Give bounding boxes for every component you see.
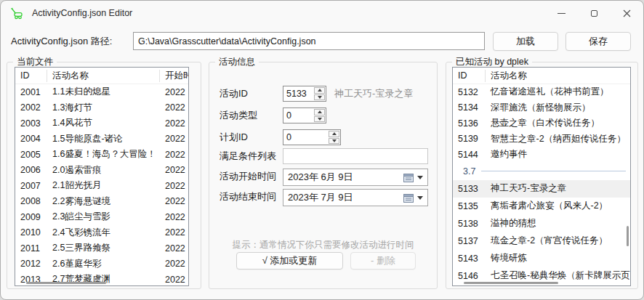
horizontal-scrollbar-thumb[interactable]	[464, 282, 558, 284]
cell: 2.0遏索雷痕	[47, 164, 160, 177]
horizontal-scrollbar-thumb[interactable]	[26, 282, 106, 284]
spin-down-icon[interactable]	[329, 138, 339, 145]
load-button[interactable]: 加载	[493, 32, 558, 51]
cell: 5132	[453, 87, 486, 97]
table-row[interactable]: 20132.7荒梦藏虞渊2022	[15, 272, 188, 286]
list-item[interactable]: 5137琉金之章-2（宵宫传说任务）	[453, 232, 630, 250]
column-header-start[interactable]: 开始时间	[160, 70, 188, 82]
chevron-down-icon[interactable]	[417, 196, 423, 200]
cell: 5143	[453, 254, 486, 264]
spin-down-icon[interactable]	[314, 94, 325, 101]
cell: 溢神的猜想	[486, 217, 630, 230]
list-item[interactable]: 5143铸境研炼	[453, 250, 630, 267]
activity-id-label: 活动ID	[220, 86, 248, 102]
close-icon[interactable]	[611, 1, 643, 25]
app-window: ActivityConfig.json Editor ActivityConfi…	[0, 0, 644, 300]
list-item[interactable]: 5132忆音诸途巡礼（花神书前置）	[453, 84, 630, 100]
calendar-icon	[403, 192, 415, 203]
activity-type-spinner[interactable]: 0	[283, 108, 326, 123]
activity-type-value[interactable]: 0	[283, 108, 313, 123]
spin-up-icon[interactable]	[329, 131, 339, 137]
table-row[interactable]: 20031.4风花节2022	[15, 115, 188, 131]
end-time-datepicker[interactable]: 2023年 7月 9日	[283, 189, 428, 206]
maximize-icon[interactable]	[578, 1, 611, 25]
cell: 1.5导能原盘-诸论	[47, 133, 160, 145]
table-row[interactable]: 20011.1未归的熄星2022	[15, 84, 188, 100]
known-activities-list: ID 活动名称 5132忆音诸途巡礼（花神书前置）5134深罪施洗（新怪物展示）…	[452, 67, 631, 286]
column-header-name[interactable]: 活动名称	[486, 70, 630, 82]
activity-id-spinner[interactable]: 5133	[283, 86, 326, 102]
list-item-selected[interactable]: 5133神工天巧-宝录之章	[453, 180, 630, 198]
schedule-id-value[interactable]: 0	[283, 130, 328, 145]
cell: 2.1韶光抚月	[47, 179, 160, 192]
table-row[interactable]: 20051.6盛夏！海岛？大冒险！2022	[15, 147, 188, 163]
known-activities-group: 已知活动 by dplek ID 活动名称 5132忆音诸途巡礼（花神书前置）5…	[446, 62, 638, 289]
spinner-buttons	[313, 86, 326, 101]
cell: 2022	[160, 196, 188, 206]
version-separator: 3.7	[453, 163, 630, 180]
cell: 1.1未归的熄星	[47, 86, 160, 98]
cell: 2.3皑尘与雪影	[47, 211, 160, 223]
table-row[interactable]: 20082.2雾海悬谜境2022	[15, 194, 188, 210]
activity-type-label: 活动类型	[220, 108, 257, 123]
list-item[interactable]: 5134深罪施洗（新怪物展示）	[453, 100, 630, 116]
titlebar[interactable]: ActivityConfig.json Editor	[1, 1, 643, 25]
table-row[interactable]: 20072.1韶光抚月2022	[15, 178, 188, 194]
cell: 2022	[160, 181, 188, 191]
column-header-id[interactable]: ID	[15, 70, 47, 82]
table-row[interactable]: 20062.0遏索雷痕2022	[15, 163, 188, 179]
minimize-icon[interactable]	[545, 1, 578, 25]
chevron-down-icon[interactable]	[417, 176, 423, 179]
list-item[interactable]: 5136悬壶之章（白术传说任务）	[453, 115, 630, 131]
vertical-scrollbar-thumb[interactable]	[627, 226, 629, 246]
schedule-id-spinner[interactable]: 0	[283, 129, 341, 145]
activity-info-group-title: 活动信息	[215, 56, 259, 68]
list-item[interactable]: 5135离垢者肃心旅宴（风来人-2）	[453, 198, 630, 215]
cell: 智慧主之章-2（纳西妲传说任务）	[486, 133, 630, 145]
spin-up-icon[interactable]	[314, 87, 325, 94]
activity-id-value[interactable]: 5133	[283, 86, 313, 101]
cell: 2022	[160, 227, 188, 238]
list-item[interactable]: 5144邀约事件	[453, 147, 630, 163]
activity-info-group: 活动信息 活动ID 5133 神工天巧-宝录之章 活动类型 0 计划ID 0	[209, 62, 438, 289]
table-row[interactable]: 20092.3皑尘与雪影2022	[15, 209, 188, 225]
cell: 5138	[453, 219, 486, 229]
cell: 邀约事件	[486, 148, 630, 161]
window-title: ActivityConfig.json Editor	[32, 8, 132, 18]
hint-text: 提示：通常情况下你只需要修改活动进行时间	[209, 239, 437, 251]
calendar-icon	[403, 172, 415, 183]
cell: 2022	[160, 275, 188, 285]
begin-time-value[interactable]: 2023年 6月 9日	[283, 171, 403, 184]
version-label: 3.7	[453, 166, 475, 177]
cell: 2.5三界路飨祭	[47, 242, 160, 254]
cell: 2022	[160, 243, 188, 254]
list-item[interactable]: 5138溢神的猜想	[453, 215, 630, 232]
cell: 2008	[15, 196, 47, 206]
column-header-name[interactable]: 活动名称	[47, 70, 160, 82]
add-or-update-button[interactable]: √ 添加或更新	[236, 252, 343, 269]
current-file-table: ID 活动名称 开始时间 20011.1未归的熄星202220021.3海灯节2…	[15, 67, 189, 286]
known-activities-rows: 5132忆音诸途巡礼（花神书前置）5134深罪施洗（新怪物展示）5136悬壶之章…	[453, 84, 630, 285]
table-row[interactable]: 20041.5导能原盘-诸论2022	[15, 131, 188, 147]
column-header-id[interactable]: ID	[453, 70, 486, 82]
list-item[interactable]: 5139智慧主之章-2（纳西妲传说任务）	[453, 131, 630, 147]
path-input[interactable]	[133, 32, 485, 50]
table-row[interactable]: 20112.5三界路飨祭2022	[15, 240, 188, 256]
save-button[interactable]: 保存	[565, 32, 631, 51]
delete-button: - 删除	[350, 252, 416, 269]
cell: 5139	[453, 134, 486, 144]
end-time-label: 活动结束时间	[220, 189, 276, 205]
condition-list-input[interactable]	[283, 148, 428, 164]
cell: 2004	[15, 134, 47, 144]
cell: 忆音诸途巡礼（花神书前置）	[486, 86, 630, 98]
table-row[interactable]: 20122.6堇庭华彩2022	[15, 256, 188, 272]
table-row[interactable]: 20021.3海灯节2022	[15, 100, 188, 116]
spin-up-icon[interactable]	[314, 109, 325, 115]
spin-down-icon[interactable]	[314, 116, 325, 123]
begin-time-datepicker[interactable]: 2023年 6月 9日	[283, 169, 428, 186]
cell: 2022	[160, 259, 188, 269]
cell: 深罪施洗（新怪物展示）	[486, 102, 630, 114]
end-time-value[interactable]: 2023年 7月 9日	[283, 191, 403, 204]
table-row[interactable]: 20102.4飞彩镌流年2022	[15, 225, 188, 241]
cell: 5134	[453, 102, 486, 113]
